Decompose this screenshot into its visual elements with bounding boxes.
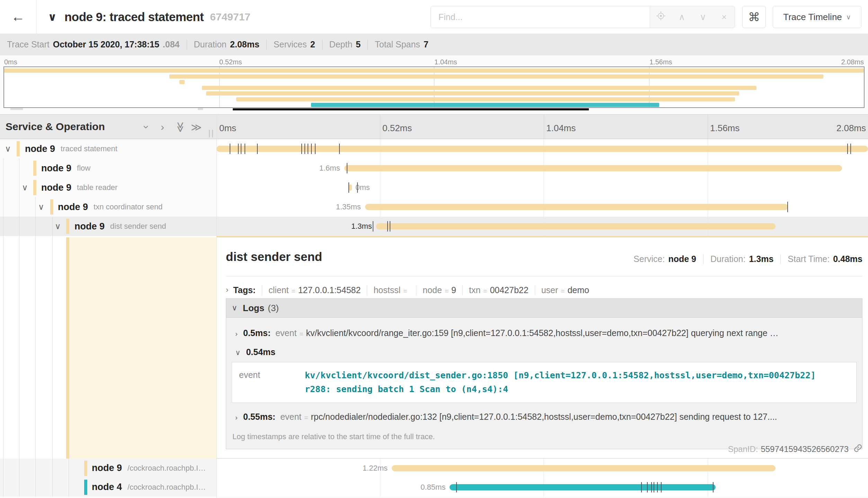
tag-client: client=127.0.0.1:54582 [262, 285, 367, 295]
log-expand-icon: › [235, 413, 238, 422]
log-entry-expanded-header[interactable]: ∨ 0.54ms [232, 343, 857, 361]
log-marker-tick [357, 182, 358, 193]
span-name-cell[interactable]: ∨ node 9 traced statement [0, 139, 216, 159]
tags-row[interactable]: › Tags: client=127.0.0.1:54582 hostssl= … [226, 282, 862, 298]
minimap-canvas[interactable] [3, 66, 865, 108]
span-id-value: 5597415943526560273 [761, 444, 849, 454]
minimap-drag-handle[interactable] [198, 108, 203, 110]
span-timeline-cell[interactable]: 0.85ms [216, 478, 868, 497]
column-resizer[interactable] [209, 130, 213, 137]
span-bar[interactable] [344, 165, 842, 171]
span-bar[interactable] [349, 184, 352, 191]
log-marker-tick [651, 482, 652, 492]
span-id-row: SpanID: 5597415943526560273 [728, 444, 862, 455]
log-marker-tick [387, 221, 388, 232]
log-marker-tick [787, 202, 788, 212]
log-marker-tick [241, 144, 241, 154]
span-bar[interactable] [376, 223, 776, 229]
span-timeline-cell[interactable]: 1.6ms [216, 159, 868, 178]
expand-chevron-icon[interactable]: ∨ [55, 221, 61, 231]
span-bar[interactable] [392, 465, 776, 471]
trace-view-app: ← ∨ node 9: traced statement 6749717 ∧ ∨… [0, 0, 868, 498]
minimap-scrollbar[interactable] [233, 108, 589, 110]
log-marker-tick [847, 144, 848, 154]
logs-collapse-icon: ∨ [232, 304, 237, 313]
timeline-minimap: 0ms 0.52ms 1.04ms 1.56ms 2.08ms [0, 55, 868, 114]
collapse-one-icon[interactable]: › [145, 115, 148, 139]
span-name-cell[interactable]: ∨ node 9 table reader [0, 178, 216, 197]
logs-count: (3) [268, 303, 279, 314]
minimap-tick-label: 0.52ms [219, 58, 242, 66]
log-marker-tick [713, 482, 714, 492]
span-row-dist-sender-send: ∨ node 9 dist sender send 1.3ms [0, 217, 868, 236]
span-duration-label: 0ms [352, 178, 370, 197]
ruler-label: 0.52ms [382, 123, 412, 134]
minimap-span-bar [236, 97, 735, 101]
span-bar[interactable] [365, 204, 788, 210]
logs-header[interactable]: ∨ Logs (3) [226, 298, 862, 318]
span-name-cell[interactable]: node 9 flow [0, 159, 216, 178]
trace-duration: Duration2.08ms [194, 39, 259, 49]
deep-link-icon[interactable] [853, 444, 862, 455]
minimap-tick-label: 0ms [4, 58, 17, 66]
back-arrow-icon: ← [11, 9, 25, 25]
collapse-all-icon[interactable]: ≫ [175, 115, 186, 139]
log-field-key: event [239, 369, 305, 396]
trace-meta-bar: Trace StartOctober 15 2020, 17:38:15.084… [0, 34, 868, 55]
span-name-cell[interactable]: ∨ node 9 dist sender send [0, 217, 216, 236]
tags-expand-icon[interactable]: › [226, 286, 228, 295]
minimap-tick-label: 1.04ms [434, 58, 457, 66]
log-marker-tick [373, 221, 373, 232]
trace-view-select-label: Trace Timeline [783, 12, 842, 22]
span-timeline-cell[interactable]: 1.3ms [216, 217, 868, 236]
keyboard-shortcuts-button[interactable]: ⌘ [742, 6, 766, 28]
trace-total-spans: Total Spans7 [375, 39, 428, 49]
find-prev-icon[interactable]: ∧ [675, 12, 689, 22]
span-timeline-cell[interactable]: 1.35ms [216, 197, 868, 217]
minimap-drag-handle[interactable] [10, 108, 23, 110]
log-marker-tick [657, 482, 658, 492]
minimap-span-bar [202, 86, 756, 90]
span-name-cell[interactable]: ∨ node 9 txn coordinator send [0, 197, 216, 217]
timeline-header-row: Service & Operation › › ≫ ≫ 0ms 0.52ms 1… [0, 114, 868, 139]
log-marker-tick [238, 144, 239, 154]
span-timeline-cell[interactable] [216, 139, 868, 159]
span-timeline-cell[interactable]: 0ms [216, 178, 868, 197]
find-next-icon[interactable]: ∨ [696, 12, 710, 22]
back-button[interactable]: ← [0, 0, 36, 34]
expand-chevron-icon[interactable]: ∨ [22, 183, 28, 192]
log-expand-icon: › [235, 329, 238, 338]
trace-start: Trace StartOctober 15 2020, 17:38:15.084 [7, 39, 180, 49]
span-name-cell[interactable]: node 9 /cockroach.roachpb.I… [0, 459, 216, 478]
span-name-cell[interactable]: node 4 /cockroach.roachpb.I… [0, 478, 216, 497]
expand-chevron-icon[interactable]: ∨ [5, 144, 11, 154]
tag-hostssl: hostssl= [367, 285, 416, 295]
log-marker-tick [347, 163, 347, 173]
log-entry[interactable]: › 0.5ms: event = kv/kvclient/kvcoord/ran… [232, 323, 857, 343]
span-detail-panel: dist sender send Service:node 9 Duration… [0, 236, 868, 459]
span-duration-label: 1.3ms [351, 217, 376, 236]
log-entry[interactable]: › 0.55ms: event = rpc/nodedialer/nodedia… [232, 406, 857, 427]
collapse-trace-icon[interactable]: ∨ [48, 10, 57, 24]
logs-footnote: Log timestamps are relative to the start… [232, 427, 857, 443]
minimap-span-bar [206, 91, 739, 96]
trace-id: 6749717 [210, 11, 250, 23]
find-input[interactable] [431, 6, 650, 28]
expand-one-icon[interactable]: › [161, 115, 164, 139]
detail-content: dist sender send Service:node 9 Duration… [216, 236, 868, 459]
span-bar[interactable] [216, 146, 868, 152]
tree-timeline-divider[interactable] [216, 114, 217, 498]
expand-chevron-icon[interactable]: ∨ [38, 202, 44, 212]
expand-all-icon[interactable]: ≫ [191, 115, 202, 139]
log-marker-tick [301, 144, 302, 154]
span-bar[interactable] [450, 484, 715, 490]
span-row-roachpb-node4: node 4 /cockroach.roachpb.I… 0.85ms [0, 478, 868, 497]
trace-depth: Depth5 [329, 39, 361, 49]
tag-node: node=9 [416, 285, 462, 295]
locate-icon[interactable] [654, 11, 668, 23]
trace-view-select[interactable]: Trace Timeline ∨ [773, 6, 861, 28]
selected-span-color-bar [66, 237, 69, 459]
span-timeline-cell[interactable]: 1.22ms [216, 459, 868, 478]
find-clear-icon[interactable]: × [717, 12, 731, 22]
log-collapse-icon: ∨ [235, 348, 240, 357]
